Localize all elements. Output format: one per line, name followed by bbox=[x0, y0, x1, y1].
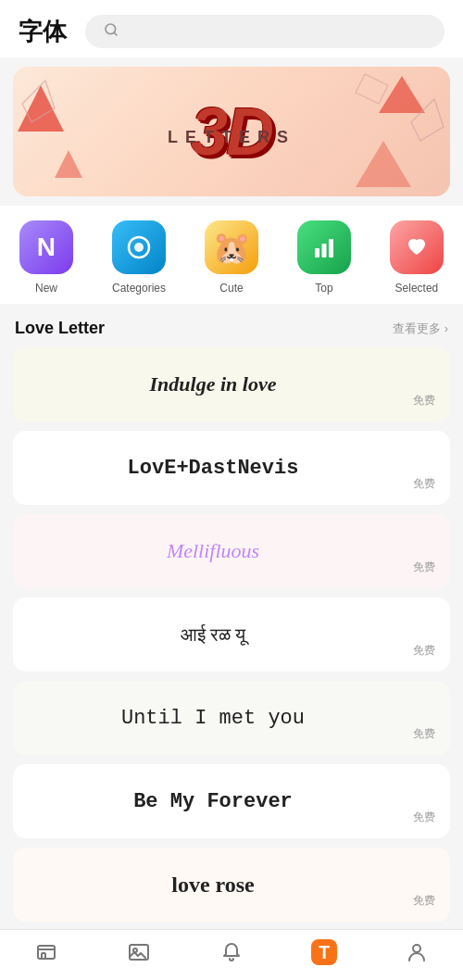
font-sample-text-1: Indulge in love bbox=[150, 372, 277, 396]
font-card-6[interactable]: Be My Forever 免费 bbox=[13, 764, 450, 838]
notification-icon bbox=[219, 939, 244, 965]
quick-item-categories[interactable]: Categories bbox=[112, 220, 166, 295]
svg-marker-5 bbox=[356, 141, 411, 187]
font-card-5[interactable]: Until I met you 免费 bbox=[13, 681, 450, 755]
nav-item-font[interactable]: T bbox=[311, 939, 337, 965]
svg-marker-8 bbox=[356, 74, 388, 104]
quick-item-cute[interactable]: 🐹 Cute bbox=[205, 220, 258, 295]
bottom-nav: T bbox=[0, 929, 463, 980]
font-list: Indulge in love 免费 LovE+DastNevis 免费 Mel… bbox=[0, 347, 463, 935]
font-price-5: 免费 bbox=[413, 726, 435, 742]
font-card-2[interactable]: LovE+DastNevis 免费 bbox=[13, 431, 450, 505]
quick-access-bar: N New Categories 🐹 Cute bbox=[0, 206, 463, 304]
font-card-7[interactable]: love rose 免费 bbox=[13, 848, 450, 922]
font-preview-1: Indulge in love bbox=[13, 356, 450, 413]
font-preview-4: आई रळ यू bbox=[13, 608, 450, 662]
svg-marker-4 bbox=[55, 150, 82, 178]
font-sample-text-3: Mellifluous bbox=[167, 539, 259, 563]
cute-label: Cute bbox=[219, 282, 243, 295]
search-bar[interactable] bbox=[85, 15, 444, 48]
nav-item-gallery[interactable] bbox=[126, 939, 152, 965]
font-sample-text-5: Until I met you bbox=[121, 707, 305, 730]
section-more-link[interactable]: 查看更多 › bbox=[393, 320, 448, 337]
font-sample-text-4: आई रळ यू bbox=[181, 624, 245, 646]
font-card-3[interactable]: Mellifluous 免费 bbox=[13, 514, 450, 588]
top-label: Top bbox=[315, 282, 332, 295]
selected-icon bbox=[390, 220, 444, 274]
top-icon bbox=[297, 220, 351, 274]
nav-item-profile[interactable] bbox=[404, 939, 430, 965]
section-header: Love Letter 查看更多 › bbox=[0, 304, 463, 347]
svg-line-1 bbox=[114, 32, 117, 35]
svg-point-10 bbox=[134, 243, 144, 252]
nav-item-notification[interactable] bbox=[219, 939, 244, 965]
cute-icon: 🐹 bbox=[205, 220, 258, 274]
font-preview-7: love rose bbox=[13, 856, 450, 914]
font-sample-text-2: LovE+DastNevis bbox=[128, 457, 299, 480]
font-sample-text-6: Be My Forever bbox=[133, 790, 293, 813]
font-preview-5: Until I met you bbox=[13, 690, 450, 747]
profile-icon bbox=[404, 939, 430, 965]
font-sample-text-7: love rose bbox=[171, 873, 255, 898]
svg-point-19 bbox=[413, 945, 420, 952]
selected-label: Selected bbox=[395, 282, 439, 295]
font-preview-6: Be My Forever bbox=[13, 773, 450, 830]
gallery-icon bbox=[126, 939, 152, 965]
new-icon: N bbox=[19, 220, 73, 274]
font-price-2: 免费 bbox=[413, 476, 435, 492]
font-preview-2: LovE+DastNevis bbox=[13, 440, 450, 496]
search-input[interactable] bbox=[124, 24, 426, 39]
categories-label: Categories bbox=[112, 282, 166, 295]
font-price-3: 免费 bbox=[413, 559, 435, 575]
svg-rect-11 bbox=[315, 248, 319, 258]
search-icon bbox=[104, 22, 119, 41]
font-card-1[interactable]: Indulge in love 免费 bbox=[13, 347, 450, 421]
banner: 3D LETTERS bbox=[13, 67, 450, 196]
font-price-6: 免费 bbox=[413, 810, 435, 825]
quick-item-selected[interactable]: Selected bbox=[390, 220, 444, 295]
font-price-7: 免费 bbox=[413, 893, 435, 909]
font-icon: T bbox=[311, 939, 337, 965]
nav-item-home[interactable] bbox=[33, 939, 59, 965]
font-preview-3: Mellifluous bbox=[13, 522, 450, 580]
font-price-1: 免费 bbox=[413, 393, 435, 408]
new-label: New bbox=[35, 282, 57, 295]
svg-marker-3 bbox=[379, 76, 425, 113]
categories-icon bbox=[112, 220, 166, 274]
svg-rect-12 bbox=[321, 244, 326, 258]
font-card-4[interactable]: आई रळ यू 免费 bbox=[13, 597, 450, 672]
svg-rect-13 bbox=[329, 239, 333, 258]
page-title: 字体 bbox=[19, 16, 67, 48]
quick-item-top[interactable]: Top bbox=[297, 220, 351, 295]
banner-letters-text: LETTERS bbox=[168, 128, 295, 147]
home-icon bbox=[33, 939, 59, 965]
section-title: Love Letter bbox=[15, 319, 105, 338]
content-area: 3D LETTERS N New Categories 🐹 Cute bbox=[0, 67, 463, 980]
svg-rect-15 bbox=[42, 953, 45, 959]
header: 字体 bbox=[0, 0, 463, 57]
quick-item-new[interactable]: N New bbox=[19, 220, 73, 295]
font-price-4: 免费 bbox=[413, 643, 435, 659]
